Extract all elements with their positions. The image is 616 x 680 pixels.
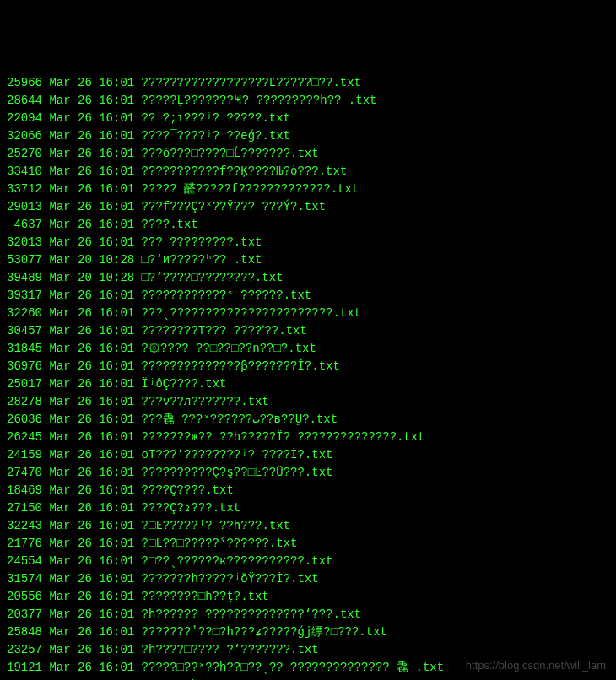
file-size: 32260 — [7, 305, 42, 322]
listing-row: 18469Mar 26 16:01????Ç????.txt — [7, 482, 609, 499]
listing-row: 26245Mar 26 16:01???????ж?? ??h?????Ï? ?… — [7, 429, 609, 446]
listing-row: 28644Mar 26 16:01?????Ļ???????Ҹ? ???????… — [7, 92, 609, 110]
file-size: 39317 — [7, 287, 42, 305]
file-size: 32066 — [7, 127, 42, 145]
file-date: Mar 26 16:01 — [49, 358, 134, 375]
file-size: 26245 — [7, 429, 42, 446]
file-size: 25966 — [7, 74, 42, 92]
file-name: □?ʻ????□????????.txt — [142, 269, 284, 287]
file-date: Mar 26 16:01 — [49, 659, 134, 677]
listing-row: 24554Mar 26 16:01?□??ˎ??????к???????????… — [7, 553, 609, 570]
file-name: ????Ç?₂???.txt — [142, 499, 241, 517]
file-size: 25270 — [7, 145, 42, 163]
listing-row: 25966Mar 26 16:01??????????????????Ľ????… — [7, 74, 609, 92]
file-size: 25848 — [7, 623, 42, 641]
file-size: 30457 — [7, 322, 42, 340]
file-date: Mar 26 16:01 — [49, 145, 134, 163]
file-size: 25017 — [7, 375, 42, 393]
file-size: 20556 — [7, 588, 42, 606]
file-name: ????????T??? ????˺??.txt — [142, 322, 307, 340]
listing-row: 25290Mar 26 16:01???????hщ??.txt — [7, 677, 609, 680]
listing-row: 20556Mar 26 16:01????????□h??ţ?.txt — [7, 588, 609, 606]
file-name: ?h????□???? ?ʻ???????.txt — [142, 641, 319, 659]
file-size: 27470 — [7, 464, 42, 482]
watermark: https://blog.csdn.net/will_lam — [466, 657, 606, 674]
file-date: Mar 26 16:01 — [49, 393, 134, 411]
listing-row: 26036Mar 26 16:01???毳 ???ˣ??????ب??в??Ṳ?… — [7, 411, 609, 429]
file-size: 31574 — [7, 570, 42, 588]
listing-row: 39317Mar 26 16:01????????????ˢ¯??????.tx… — [7, 287, 609, 305]
file-date: Mar 26 16:01 — [49, 340, 134, 358]
file-name: ???毳 ???ˣ??????ب??в??Ṳ?.txt — [142, 411, 338, 429]
file-name: ?????□??ˣ??h??□??ˎ?? ?????????????? 毳 .t… — [142, 659, 445, 677]
file-date: Mar 20 10:28 — [49, 269, 134, 287]
listing-row: 32013Mar 26 16:01??? ?????????.txt — [7, 234, 609, 251]
file-size: 36976 — [7, 358, 42, 375]
file-size: 32013 — [7, 234, 42, 251]
file-date: Mar 26 16:01 — [49, 287, 134, 305]
file-size: 19121 — [7, 659, 42, 677]
listing-row: 32260Mar 26 16:01???ˎ???????????????????… — [7, 305, 609, 322]
listing-row: 21776Mar 26 16:01?□Ŀ??□?????ˤ??????.txt — [7, 535, 609, 553]
file-date: Mar 26 16:01 — [49, 305, 134, 322]
file-date: Mar 26 16:01 — [49, 482, 134, 499]
listing-row: 30457Mar 26 16:01????????T??? ????˺??.tx… — [7, 322, 609, 340]
listing-row: 4637Mar 26 16:01????.txt — [7, 216, 609, 234]
file-name: ÏʲôÇ????.txt — [142, 375, 227, 393]
file-size: 26036 — [7, 411, 42, 429]
file-name: ?۞???? ??□??□??n??□?.txt — [142, 340, 316, 358]
file-date: Mar 26 16:01 — [49, 606, 134, 623]
listing-row: 36976Mar 26 16:01??????????????β???????İ… — [7, 358, 609, 375]
file-size: 27150 — [7, 499, 42, 517]
file-date: Mar 26 16:01 — [49, 464, 134, 482]
file-name: ???f???Ç?ˣ??Ÿ??? ???Ý?.txt — [142, 198, 326, 216]
file-name: ?□Ŀ?????ʲ? ??һ???.txt — [142, 517, 290, 535]
file-name: ???ν??л???????.txt — [142, 393, 269, 411]
listing-row: 33410Mar 26 16:01???????????f??Ķ????Њ?ȯ?… — [7, 163, 609, 181]
file-date: Mar 26 16:01 — [49, 677, 134, 680]
listing-row: 25017Mar 26 16:01ÏʲôÇ????.txt — [7, 375, 609, 393]
file-size: 28278 — [7, 393, 42, 411]
file-date: Mar 26 16:01 — [49, 74, 134, 92]
file-size: 28644 — [7, 92, 42, 110]
listing-row: 32066Mar 26 16:01????¯????ʲ? ??eǵ?.txt — [7, 127, 609, 145]
file-date: Mar 26 16:01 — [49, 588, 134, 606]
file-date: Mar 26 16:01 — [49, 499, 134, 517]
file-name: ???????hщ??.txt — [142, 677, 248, 680]
listing-row: 29013Mar 26 16:01???f???Ç?ˣ??Ÿ??? ???Ý?.… — [7, 198, 609, 216]
file-size: 39489 — [7, 269, 42, 287]
file-date: Mar 26 16:01 — [49, 181, 134, 198]
file-date: Mar 26 16:01 — [49, 163, 134, 181]
listing-row: 31845Mar 26 16:01?۞???? ??□??□??n??□?.tx… — [7, 340, 609, 358]
file-date: Mar 26 16:01 — [49, 234, 134, 251]
listing-row: 33712Mar 26 16:01????? 醛?????f??????????… — [7, 181, 609, 198]
file-size: 32243 — [7, 517, 42, 535]
file-size: 29013 — [7, 198, 42, 216]
terminal-output: 25966Mar 26 16:01??????????????????Ľ????… — [7, 74, 609, 680]
file-size: 4637 — [7, 216, 42, 234]
file-size: 33410 — [7, 163, 42, 181]
file-date: Mar 26 16:01 — [49, 623, 134, 641]
file-name: ?□Ŀ??□?????ˤ??????.txt — [142, 535, 298, 553]
listing-row: 53077Mar 20 10:28□?ʻи?????ʰ?? .txt — [7, 251, 609, 269]
file-size: 25290 — [7, 677, 42, 680]
file-size: 20377 — [7, 606, 42, 623]
file-name: ?? ?;ı???ʲ? ?????.txt — [142, 110, 290, 127]
file-size: 24554 — [7, 553, 42, 570]
file-name: ?????Ļ???????Ҹ? ?????????h?? .txt — [142, 92, 377, 110]
file-date: Mar 26 16:01 — [49, 127, 134, 145]
file-name: οТ???ʻ????????ʲ? ????İ?.txt — [142, 446, 333, 464]
file-date: Mar 20 10:28 — [49, 251, 134, 269]
file-name: ????¯????ʲ? ??eǵ?.txt — [142, 127, 290, 145]
file-name: ????????????ˢ¯??????.txt — [142, 287, 312, 305]
file-date: Mar 26 16:01 — [49, 535, 134, 553]
listing-row: 32243Mar 26 16:01?□Ŀ?????ʲ? ??һ???.txt — [7, 517, 609, 535]
file-name: ?□??ˎ??????к???????????.txt — [142, 553, 333, 570]
file-name: ????.txt — [142, 216, 198, 234]
file-name: ??????????Ç?ȿ??□Ŀ??Ü???.txt — [142, 464, 333, 482]
file-name: ???????????f??Ķ????Њ?ȯ???.txt — [142, 163, 348, 181]
file-name: ????Ç????.txt — [142, 482, 234, 499]
listing-row: 20377Mar 26 16:01?h?????? ??????????????… — [7, 606, 609, 623]
file-date: Mar 26 16:01 — [49, 216, 134, 234]
file-date: Mar 26 16:01 — [49, 570, 134, 588]
